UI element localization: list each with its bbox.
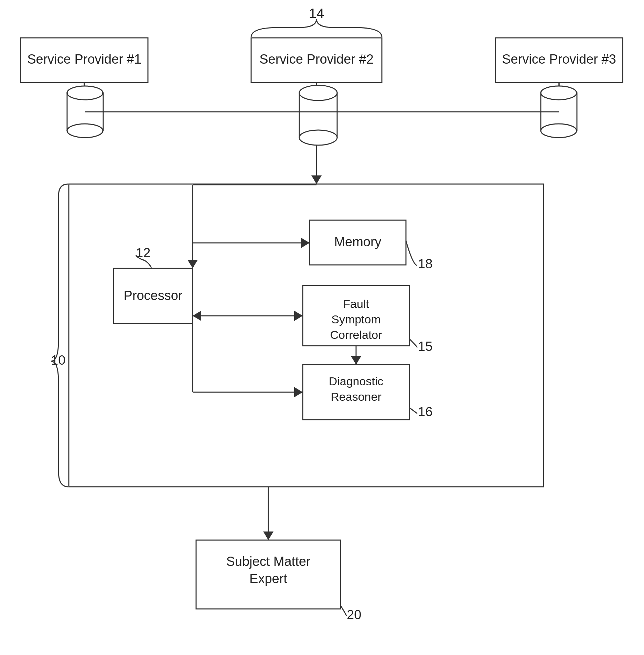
ref-20: 20: [347, 608, 361, 622]
ref-14: 14: [309, 6, 324, 21]
brace-10: [51, 184, 68, 487]
cylinder-1-bottom: [67, 124, 103, 138]
cylinder-3-bottom: [541, 124, 577, 138]
service-provider-1-label: Service Provider #1: [27, 52, 141, 66]
sme-label-line2: Expert: [249, 571, 287, 586]
brace-20: [341, 605, 346, 616]
service-provider-3-label: Service Provider #3: [502, 52, 616, 66]
main-to-sme-arrow: [263, 531, 273, 540]
ref-16: 16: [418, 405, 432, 419]
fsc-label-line2: Symptom: [331, 313, 381, 326]
sme-label-line1: Subject Matter: [226, 554, 311, 569]
processor-label: Processor: [124, 288, 182, 303]
fsc-label-line3: Correlator: [330, 328, 382, 341]
fsc-label-line1: Fault: [343, 297, 369, 310]
service-provider-2-label: Service Provider #2: [259, 52, 374, 66]
cylinder-1-top: [67, 86, 103, 100]
cylinder-2-bottom: [299, 130, 337, 145]
cyl2-to-main-arrow: [311, 175, 322, 184]
diagram-container: Service Provider #1 Service Provider #2 …: [0, 0, 644, 655]
ref-15: 15: [418, 339, 432, 354]
memory-label: Memory: [334, 235, 381, 249]
brace-14: [251, 19, 382, 37]
ref-18: 18: [418, 257, 432, 271]
cylinder-2-top: [299, 85, 337, 100]
dr-label-line1: Diagnostic: [329, 375, 384, 388]
dr-label-line2: Reasoner: [331, 390, 381, 403]
cylinder-3-top: [541, 86, 577, 100]
